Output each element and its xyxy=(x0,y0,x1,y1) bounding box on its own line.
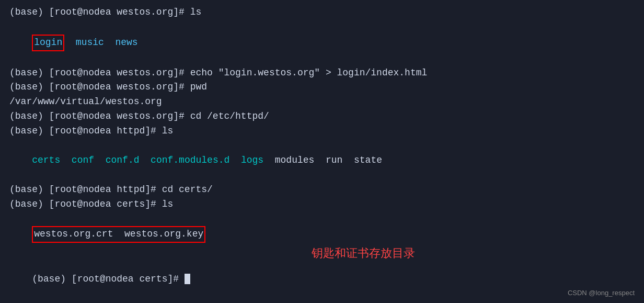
dir-conf-modules: conf.modules.d xyxy=(151,155,229,165)
terminal-line-12: (base) [root@nodea certs]# xyxy=(9,257,635,301)
terminal-line-2: login music news xyxy=(9,20,635,66)
terminal-line-6: (base) [root@nodea westos.org]# cd /etc/… xyxy=(9,109,635,124)
terminal-line-8: certs conf conf.d conf.modules.d logs mo… xyxy=(9,139,635,183)
watermark: CSDN @long_respect xyxy=(568,289,635,297)
other-dirs: music news xyxy=(64,37,137,48)
terminal-line-3: (base) [root@nodea westos.org]# echo "lo… xyxy=(9,66,635,81)
login-dir: login xyxy=(32,35,64,51)
terminal: (base) [root@nodea westos.org]# ls login… xyxy=(0,0,644,303)
annotation-text: 钥匙和证书存放目录 xyxy=(312,245,415,261)
terminal-line-5: /var/www/virtual/westos.org xyxy=(9,95,635,109)
cert-files: westos.org.crt westos.org.key xyxy=(32,226,205,243)
terminal-line-9: (base) [root@nodea httpd]# cd certs/ xyxy=(9,183,635,197)
terminal-line-4: (base) [root@nodea westos.org]# pwd xyxy=(9,80,635,95)
dir-certs: certs xyxy=(32,155,60,165)
dir-confd: conf.d xyxy=(106,155,140,165)
terminal-line-10: (base) [root@nodea certs]# ls xyxy=(9,197,635,212)
dir-logs: logs xyxy=(241,155,263,165)
terminal-line-1: (base) [root@nodea westos.org]# ls xyxy=(9,5,635,20)
prompt-text: (base) [root@nodea certs]# xyxy=(32,274,185,284)
dir-conf: conf xyxy=(72,155,94,165)
cursor xyxy=(185,274,190,284)
terminal-line-7: (base) [root@nodea httpd]# ls xyxy=(9,124,635,139)
